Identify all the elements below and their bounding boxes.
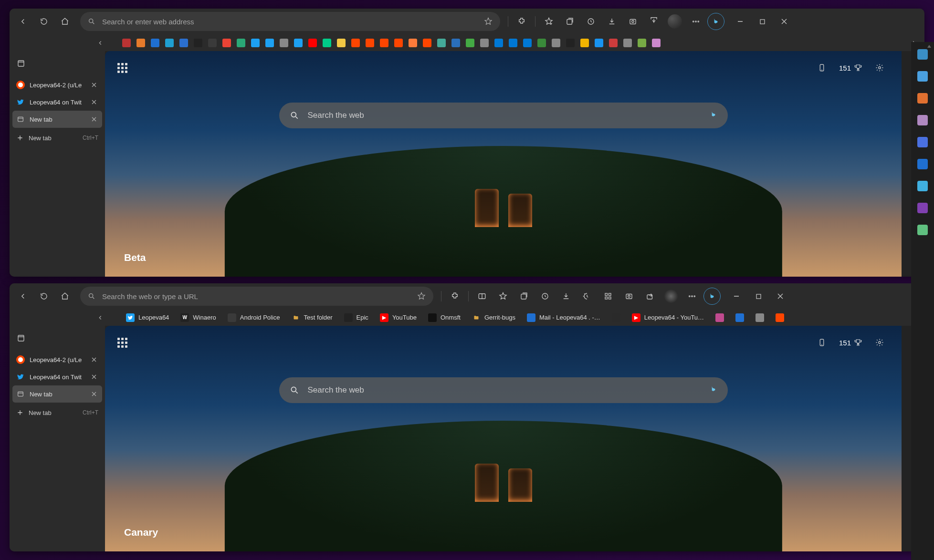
rewards-points[interactable]: 151 [839,63,862,72]
favorite-item[interactable]: Gerrit-bugs [468,311,519,324]
favorite-item[interactable]: Leopeva64 [122,311,173,324]
favorite-item[interactable] [337,39,346,47]
favorite-item[interactable] [265,39,274,47]
rewards-points[interactable]: 151 [839,338,862,347]
favorite-item[interactable]: Android Police [224,311,284,324]
maximize-button[interactable] [751,12,773,31]
favorite-item[interactable] [237,39,245,47]
favorite-item[interactable] [437,39,446,47]
favorite-item[interactable] [294,39,303,47]
extensions-button[interactable] [445,287,464,306]
app-launcher-button[interactable] [117,63,127,73]
history-button[interactable] [535,287,555,306]
refresh-button[interactable] [34,12,53,31]
address-bar[interactable] [80,287,433,306]
close-tab-button[interactable] [90,98,98,106]
maximize-button[interactable] [747,287,769,306]
favorite-item[interactable] [179,39,188,47]
screenshot-button[interactable] [619,287,639,306]
close-button[interactable] [773,12,795,31]
mobile-sync-icon[interactable] [812,333,831,352]
favorite-item[interactable] [409,39,417,47]
favorite-item[interactable]: ▶YouTube [376,311,420,324]
favorite-item[interactable] [122,39,131,47]
favorite-item[interactable] [480,39,489,47]
close-tab-button[interactable] [90,115,98,124]
collapse-tabs-button[interactable] [94,36,107,50]
vertical-tab[interactable]: New tab [12,385,102,403]
ntp-settings-button[interactable] [870,58,889,77]
star-icon[interactable] [484,17,493,26]
downloads-button[interactable] [556,287,576,306]
ntp-search-box[interactable] [279,377,728,403]
address-input[interactable] [102,292,410,301]
close-button[interactable] [769,287,791,306]
menu-button[interactable] [686,12,705,31]
favorite-item[interactable] [566,39,575,47]
profile-button[interactable] [661,287,681,306]
screenshot-button[interactable] [623,12,642,31]
favorite-item[interactable] [509,39,517,47]
favorite-item[interactable] [194,39,202,47]
vertical-tab[interactable]: Leopeva64 on Twit [12,368,102,385]
favorite-item[interactable] [323,39,331,47]
close-tab-button[interactable] [90,81,98,89]
favorite-item[interactable] [423,39,431,47]
bing-chat-button[interactable] [707,13,724,30]
favorite-item[interactable] [523,39,532,47]
favorite-item[interactable]: Mail - Leopeva64 . -… [523,311,604,324]
home-button[interactable] [55,287,74,306]
favorite-item[interactable] [595,39,603,47]
favorite-item[interactable]: Test folder [288,311,336,324]
favorite-item[interactable] [652,39,661,47]
favorite-item[interactable] [136,39,145,47]
favorite-item[interactable] [380,39,388,47]
address-bar[interactable] [80,12,500,31]
favorite-item[interactable] [580,39,589,47]
favorites-button[interactable] [539,12,558,31]
vertical-tab[interactable]: Leopeva64 on Twit [12,93,102,111]
refresh-button[interactable] [34,287,53,306]
favorite-item[interactable] [351,39,360,47]
close-tab-button[interactable] [90,390,98,398]
favorite-item[interactable] [772,311,788,324]
vertical-tab[interactable]: Leopeva64-2 (u/Le [12,351,102,368]
profile-button[interactable] [665,12,684,31]
favorite-item[interactable] [552,39,560,47]
back-button[interactable] [13,287,32,306]
favorite-item[interactable] [537,39,546,47]
tab-actions-button[interactable] [14,57,28,70]
vertical-tab[interactable]: Leopeva64-2 (u/Le [12,76,102,93]
favorite-item[interactable] [732,311,748,324]
favorite-item[interactable] [466,39,474,47]
favorite-item[interactable] [712,311,728,324]
favorite-item[interactable] [251,39,260,47]
collapse-tabs-button[interactable] [94,311,107,324]
downloads-button[interactable] [602,12,621,31]
minimize-button[interactable] [729,12,751,31]
favorite-item[interactable] [638,39,646,47]
bing-chat-button[interactable] [703,288,721,305]
app-launcher-button[interactable] [117,338,127,348]
ntp-settings-button[interactable] [870,333,889,352]
favorite-item[interactable] [608,311,624,324]
favorite-item[interactable] [609,39,618,47]
favorite-item[interactable] [394,39,403,47]
menu-button[interactable] [682,287,702,306]
ntp-search-input[interactable] [308,385,701,395]
history-button[interactable] [581,12,600,31]
share-button[interactable] [644,12,663,31]
favorite-item[interactable]: Epic [340,311,372,324]
apps-button[interactable] [598,287,618,306]
mobile-sync-icon[interactable] [812,58,831,77]
favorite-item[interactable] [366,39,374,47]
home-button[interactable] [55,12,74,31]
favorite-item[interactable] [222,39,231,47]
favorite-item[interactable] [451,39,460,47]
back-button[interactable] [13,12,32,31]
favorites-button[interactable] [493,287,513,306]
vertical-tab[interactable]: New tab [12,111,102,128]
collections-button[interactable] [560,12,579,31]
new-tab-button[interactable]: New tab Ctrl+T [12,404,102,421]
close-tab-button[interactable] [90,355,98,364]
